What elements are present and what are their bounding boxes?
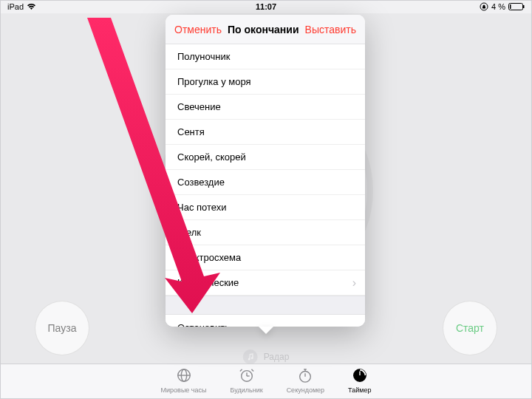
modal-title: По окончании [228, 24, 299, 35]
tab-timer[interactable]: Таймер [348, 367, 371, 399]
status-bar-right: 4 % [480, 2, 525, 11]
sound-item[interactable]: Скорей, скорей [166, 145, 365, 170]
svg-rect-3 [510, 4, 511, 9]
alarm-icon [239, 367, 255, 385]
battery-icon [508, 3, 525, 10]
svg-rect-2 [523, 5, 525, 8]
sound-item[interactable]: Сентя [166, 120, 365, 145]
popover-arrow [259, 327, 273, 334]
tab-label: Секундомер [287, 386, 324, 394]
battery-percent: 4 % [491, 2, 505, 11]
sound-item[interactable]: Шелк [166, 220, 365, 245]
sound-item-label: Сентя [177, 126, 205, 137]
sound-list[interactable]: Полуночник Прогулка у моря Свечение Сент… [166, 44, 365, 327]
status-bar: iPad 11:07 4 % [0, 0, 532, 13]
start-label: Старт [456, 322, 484, 334]
stop-label: Остановить [177, 322, 230, 327]
sound-item-label: Полуночник [177, 51, 230, 62]
wifi-icon [27, 3, 36, 10]
sound-item-label: Шелк [177, 227, 201, 238]
sound-item[interactable]: Час потехи [166, 195, 365, 220]
tab-label: Таймер [348, 386, 371, 394]
svg-line-10 [239, 369, 242, 372]
sound-item-label: Электросхема [177, 252, 241, 263]
music-note-icon [243, 349, 258, 364]
tab-label: Будильник [231, 386, 263, 394]
cancel-button[interactable]: Отменить [174, 24, 222, 35]
tab-label: Мировые часы [161, 386, 207, 394]
status-time: 11:07 [256, 2, 276, 11]
list-separator [166, 296, 365, 315]
sound-item[interactable]: Созвездие [166, 170, 365, 195]
tab-stopwatch[interactable]: Секундомер [287, 367, 324, 399]
start-button[interactable]: Старт [443, 301, 497, 355]
sound-item-label: Свечение [177, 101, 221, 112]
status-bar-left: iPad [7, 2, 36, 11]
sound-item-label: Созвездие [177, 177, 225, 188]
svg-line-11 [251, 369, 253, 372]
tab-bar: Мировые часы Будильник Секундомер Таймер [0, 364, 532, 399]
svg-point-12 [300, 372, 311, 383]
sound-item-label: Час потехи [177, 202, 227, 213]
sound-item[interactable]: Полуночник [166, 44, 365, 69]
sound-item-label: Классические [177, 277, 239, 288]
pause-label: Пауза [48, 322, 77, 334]
sound-item[interactable]: Свечение [166, 95, 365, 120]
sound-item[interactable]: Электросхема [166, 245, 365, 270]
device-label: iPad [7, 2, 24, 11]
stopwatch-icon [297, 367, 313, 385]
tab-alarm[interactable]: Будильник [231, 367, 263, 399]
tab-world-clock[interactable]: Мировые часы [161, 367, 207, 399]
sound-item[interactable]: Прогулка у моря [166, 69, 365, 95]
sound-name: Радар [264, 352, 290, 362]
pause-button[interactable]: Пауза [35, 301, 89, 355]
timer-icon [352, 367, 368, 385]
chevron-right-icon: › [352, 276, 356, 290]
when-ends-row[interactable]: Радар [243, 349, 290, 364]
sound-item-label: Прогулка у моря [177, 76, 251, 87]
orientation-lock-icon [480, 2, 488, 11]
globe-icon [176, 367, 192, 385]
modal-header: Отменить По окончании Выставить [166, 15, 365, 44]
sound-picker-modal: Отменить По окончании Выставить Полуночн… [166, 15, 365, 327]
stop-playback-item[interactable]: Остановить [166, 315, 365, 327]
done-button[interactable]: Выставить [305, 24, 356, 35]
sound-item-classic[interactable]: Классические › [166, 270, 365, 296]
sound-item-label: Скорей, скорей [177, 151, 246, 163]
